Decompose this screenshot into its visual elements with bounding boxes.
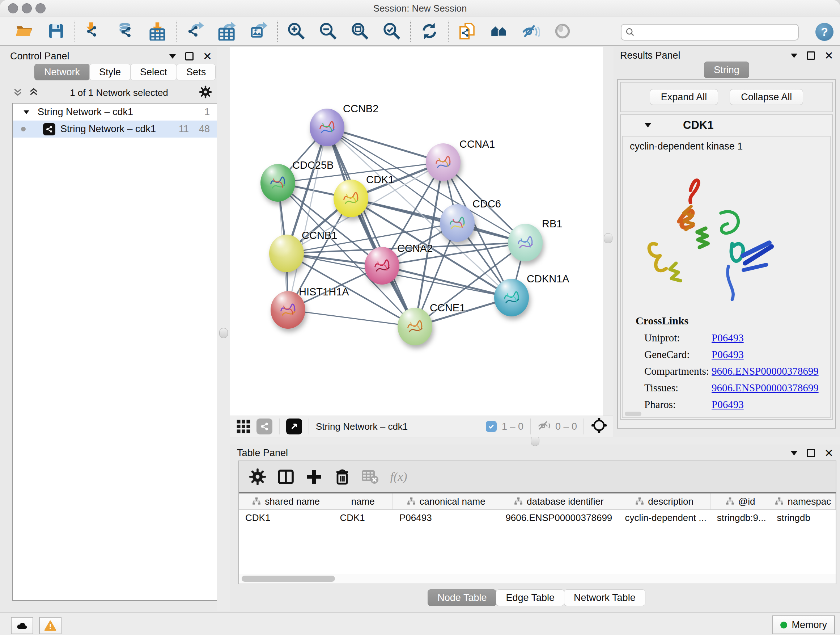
crosslink-link[interactable]: 9606.ENSP00000378699	[712, 365, 819, 377]
crosslink-link[interactable]: 9606.ENSP00000378699	[712, 382, 819, 394]
results-float-icon[interactable]	[807, 51, 815, 60]
export-network-icon[interactable]	[185, 21, 205, 41]
table-cell[interactable]: cyclin-dependent ...	[618, 510, 710, 526]
cloud-button[interactable]	[11, 617, 33, 634]
tab-select[interactable]: Select	[130, 64, 177, 80]
table-close-icon[interactable]: ✕	[824, 450, 834, 457]
fit-selected-crosshair-icon[interactable]	[591, 417, 607, 436]
import-database-icon[interactable]	[116, 21, 135, 41]
tab-node-table[interactable]: Node Table	[428, 589, 496, 606]
help-button[interactable]: ?	[815, 23, 834, 41]
selected-checkbox[interactable]	[486, 421, 497, 432]
crosslink-link[interactable]: P06493	[712, 348, 744, 361]
horizontal-splitter[interactable]	[230, 437, 840, 445]
network-row[interactable]: String Network – cdk1 11 48	[13, 120, 218, 138]
zoom-fit-icon[interactable]	[350, 21, 370, 41]
zoom-in-icon[interactable]	[286, 21, 306, 41]
node-CCNE1[interactable]	[398, 308, 432, 345]
table-row[interactable]: CDK1CDK1P064939606.ENSP00000378699cyclin…	[239, 510, 836, 526]
node-CCNB2[interactable]	[309, 109, 344, 146]
table-cell[interactable]: stringdb	[770, 510, 836, 526]
table-cell[interactable]: CDK1	[239, 510, 333, 526]
table-hscrollbar[interactable]	[239, 574, 836, 584]
column-header-name[interactable]: name	[333, 494, 393, 509]
birdseye-view-button[interactable]	[286, 418, 302, 434]
table-cell[interactable]: CDK1	[333, 510, 393, 526]
tab-network[interactable]: Network	[34, 64, 90, 80]
network-canvas[interactable]: CCNB2 CCNA1 CDC25B CDK1 CDC6 RB1CCNB1 CC…	[230, 47, 603, 416]
network-share-button[interactable]	[256, 418, 272, 434]
table-cell[interactable]: P06493	[393, 510, 499, 526]
search-input[interactable]	[621, 24, 799, 41]
delete-column-icon[interactable]	[333, 468, 351, 486]
node-CDK1[interactable]	[333, 180, 368, 217]
edge-CCNB2-CCNA1[interactable]	[327, 127, 443, 162]
panel-menu-icon[interactable]	[169, 54, 176, 59]
show-hide-graphics-icon[interactable]	[521, 21, 540, 41]
expand-all-button[interactable]: Expand All	[650, 89, 718, 105]
node-CCNB1[interactable]	[269, 234, 304, 272]
node-CCNA2[interactable]	[365, 247, 399, 285]
table-cell[interactable]: stringdb:9...	[711, 510, 771, 526]
expand-all-icon[interactable]	[28, 87, 39, 99]
view-grid-icon[interactable]	[235, 418, 251, 434]
table-float-icon[interactable]	[807, 449, 815, 457]
open-session-icon[interactable]	[14, 21, 34, 41]
right-splitter-handle[interactable]	[604, 233, 613, 243]
results-hscroll-thumb[interactable]	[625, 412, 641, 416]
tab-sets[interactable]: Sets	[177, 64, 216, 80]
show-columns-icon[interactable]	[277, 468, 294, 486]
column-header-database-identifier[interactable]: database identifier	[499, 494, 618, 509]
warning-button[interactable]	[39, 617, 62, 634]
crosslink-link[interactable]: P06493	[712, 332, 744, 344]
birdseye-toggle-icon[interactable]	[553, 21, 572, 41]
column-header-description[interactable]: description	[618, 494, 710, 509]
collapse-all-icon[interactable]	[12, 87, 23, 99]
refresh-icon[interactable]	[420, 21, 439, 41]
crosslink-link[interactable]: P06493	[712, 399, 744, 410]
tab-edge-table[interactable]: Edge Table	[496, 589, 564, 606]
column-header-canonical-name[interactable]: canonical name	[393, 494, 499, 509]
column-header-shared-name[interactable]: shared name	[239, 494, 333, 509]
results-close-icon[interactable]: ✕	[824, 52, 834, 59]
tab-string[interactable]: String	[704, 62, 749, 78]
collapse-all-button[interactable]: Collapse All	[729, 89, 803, 105]
tab-network-table[interactable]: Network Table	[564, 589, 645, 606]
zoom-out-icon[interactable]	[318, 21, 338, 41]
collection-expand-icon[interactable]	[24, 110, 29, 114]
float-panel-icon[interactable]	[185, 52, 194, 60]
left-splitter-handle[interactable]	[219, 328, 228, 338]
node-CDKN1A[interactable]	[494, 279, 529, 317]
tab-style[interactable]: Style	[89, 64, 131, 80]
export-image-icon[interactable]	[249, 21, 268, 41]
edge-CCNB2-HIST1H1A[interactable]	[288, 127, 327, 310]
close-panel-icon[interactable]: ✕	[203, 53, 212, 60]
zoom-selected-icon[interactable]	[382, 21, 401, 41]
column-header-@id[interactable]: @id	[711, 494, 771, 509]
network-options-gear-icon[interactable]	[199, 86, 212, 100]
results-menu-icon[interactable]	[791, 54, 797, 58]
save-session-icon[interactable]	[46, 21, 66, 41]
add-column-icon[interactable]	[305, 468, 323, 486]
node-RB1[interactable]	[508, 224, 543, 261]
table-hscroll-thumb[interactable]	[242, 576, 335, 582]
import-network-icon[interactable]	[84, 21, 103, 41]
table-menu-icon[interactable]	[791, 451, 797, 455]
node-CCNA1[interactable]	[426, 143, 461, 181]
node-CDC25B[interactable]	[261, 164, 295, 202]
network-collection-row[interactable]: String Network – cdk1 1	[13, 103, 218, 120]
left-splitter[interactable]	[217, 47, 230, 611]
table-cell[interactable]: 9606.ENSP00000378699	[499, 510, 618, 526]
import-table-icon[interactable]	[148, 21, 167, 41]
column-header-namespac[interactable]: namespac	[770, 494, 836, 509]
entry-collapse-icon[interactable]	[645, 123, 651, 127]
home-icon[interactable]	[489, 21, 508, 41]
node-CDC6[interactable]	[440, 204, 475, 242]
entry-gene-name: CDK1	[683, 119, 714, 132]
edge-HIST1H1A-CCNE1[interactable]	[288, 310, 415, 326]
table-settings-icon[interactable]	[249, 468, 266, 486]
clone-network-view-icon[interactable]	[457, 21, 477, 41]
memory-button[interactable]: Memory	[772, 616, 835, 634]
export-table-icon[interactable]	[217, 21, 237, 41]
right-splitter[interactable]	[603, 47, 614, 416]
